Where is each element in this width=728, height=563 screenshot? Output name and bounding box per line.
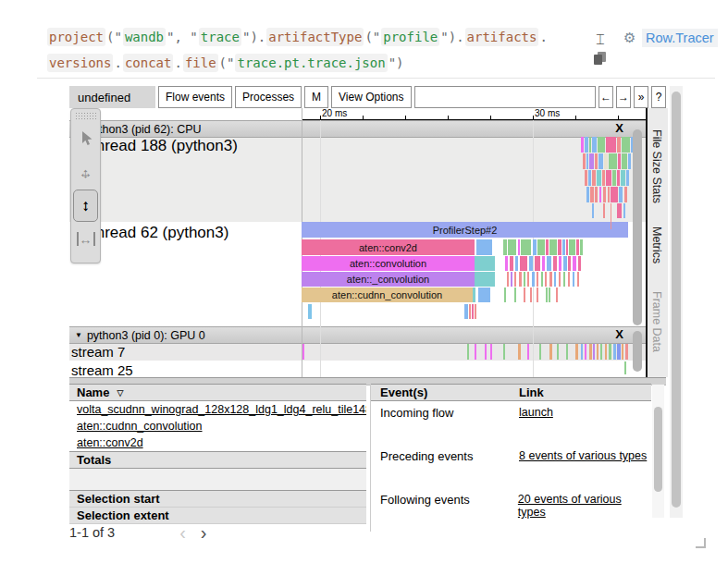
trace-scrollbar-thumb[interactable] xyxy=(633,129,642,325)
trace-event-fragment[interactable] xyxy=(505,256,508,271)
trace-event-fragment[interactable] xyxy=(546,288,548,302)
trace-event-fragment[interactable] xyxy=(577,272,579,287)
trace-event-fragment[interactable] xyxy=(519,272,522,287)
trace-event-fragment[interactable] xyxy=(490,344,492,360)
trace-event-fragment[interactable] xyxy=(580,239,583,255)
trace-event-fragment[interactable] xyxy=(626,170,629,186)
trace-event-fragment[interactable] xyxy=(608,187,610,202)
trace-event-fragment[interactable] xyxy=(467,344,469,360)
trace-span[interactable]: ProfilerStep#2 xyxy=(302,222,628,238)
trace-event-fragment[interactable] xyxy=(472,304,474,319)
trace-event-fragment[interactable] xyxy=(566,239,568,255)
trace-span[interactable]: aten::_convolution xyxy=(302,272,475,287)
trace-span[interactable]: aten::convolution xyxy=(302,256,475,271)
trace-event-fragment[interactable] xyxy=(524,288,525,302)
gear-icon[interactable]: ⚙ xyxy=(623,30,635,46)
tab-file-size-stats[interactable]: File Size Stats xyxy=(650,129,663,203)
trace-event-fragment[interactable] xyxy=(568,272,570,287)
trace-event-fragment[interactable] xyxy=(503,239,507,255)
trace-event-fragment[interactable] xyxy=(559,256,561,271)
trace-event-fragment[interactable] xyxy=(527,344,529,360)
trace-event-fragment[interactable] xyxy=(510,256,513,271)
trace-event-fragment[interactable] xyxy=(515,256,518,271)
slice-name-link[interactable]: volta_scudnn_winograd_128x128_ldg1_ldg4_… xyxy=(77,403,366,416)
next-page-chevron-icon[interactable]: › xyxy=(201,526,207,539)
trace-event-fragment[interactable] xyxy=(473,288,475,302)
trace-event-fragment[interactable] xyxy=(475,256,495,271)
trace-event-fragment[interactable] xyxy=(508,239,516,255)
trace-event-fragment[interactable] xyxy=(537,239,545,255)
trace-event-fragment[interactable] xyxy=(537,272,538,287)
trace-event-fragment[interactable] xyxy=(624,187,627,202)
trace-event-fragment[interactable] xyxy=(533,239,537,255)
trace-event-fragment[interactable] xyxy=(545,272,547,287)
toolbar-button-m[interactable]: M xyxy=(304,86,328,108)
trace-event-fragment[interactable] xyxy=(609,153,617,169)
trace-event-fragment[interactable] xyxy=(524,272,525,287)
trace-event-fragment[interactable] xyxy=(566,344,568,360)
trace-event-fragment[interactable] xyxy=(589,344,592,360)
trace-event-fragment[interactable] xyxy=(469,304,471,319)
trace-event-fragment[interactable] xyxy=(476,239,492,255)
trace-event-fragment[interactable] xyxy=(611,203,611,218)
name-column-header[interactable]: Name ▽ xyxy=(69,384,366,401)
trace-event-fragment[interactable] xyxy=(617,203,622,218)
track-stream-7[interactable] xyxy=(69,343,646,361)
trace-event-fragment[interactable] xyxy=(569,239,575,255)
close-track-button[interactable]: X xyxy=(615,327,623,341)
trace-event-fragment[interactable] xyxy=(532,272,535,287)
trace-event-fragment[interactable] xyxy=(585,170,587,186)
trace-event-fragment[interactable] xyxy=(518,239,520,255)
trace-event-fragment[interactable] xyxy=(573,272,574,287)
trace-event-fragment[interactable] xyxy=(549,344,552,360)
slice-name-link[interactable]: aten::conv2d xyxy=(77,436,143,449)
trace-event-fragment[interactable] xyxy=(619,187,623,202)
close-track-button[interactable]: X xyxy=(615,121,623,135)
trace-event-fragment[interactable] xyxy=(504,288,506,302)
trace-event-fragment[interactable] xyxy=(514,272,516,287)
selection-tool-icon[interactable] xyxy=(71,121,100,155)
trace-event-fragment[interactable] xyxy=(589,153,594,169)
toolbar-button-flow-events[interactable]: Flow events xyxy=(158,86,232,108)
copy-icon[interactable] xyxy=(594,52,607,66)
trace-event-fragment[interactable] xyxy=(503,344,505,360)
trace-event-fragment[interactable] xyxy=(575,344,578,360)
toolbar-nav-button[interactable]: » xyxy=(634,86,648,108)
trace-event-fragment[interactable] xyxy=(589,137,591,153)
trace-event-fragment[interactable] xyxy=(539,344,541,360)
trace-event-fragment[interactable] xyxy=(606,137,616,153)
trace-event-fragment[interactable] xyxy=(595,153,598,169)
analysis-scrollbar-thumb[interactable] xyxy=(654,407,662,492)
trace-event-fragment[interactable] xyxy=(612,170,616,186)
trace-event-fragment[interactable] xyxy=(613,344,616,360)
trace-event-fragment[interactable] xyxy=(475,344,476,360)
trace-event-fragment[interactable] xyxy=(585,344,586,360)
trace-event-fragment[interactable] xyxy=(537,288,538,302)
trace-event-fragment[interactable] xyxy=(549,272,552,287)
trace-event-fragment[interactable] xyxy=(592,137,597,153)
timing-tool-icon[interactable]: ↔ xyxy=(71,222,100,256)
trace-event-fragment[interactable] xyxy=(558,239,561,255)
trace-event-fragment[interactable] xyxy=(593,344,595,360)
trace-span[interactable]: aten::conv2d xyxy=(302,239,475,255)
toolbar-nav-button[interactable]: ← xyxy=(598,86,613,108)
trace-event-fragment[interactable] xyxy=(586,153,588,169)
trace-event-fragment[interactable] xyxy=(625,344,628,360)
panel-resize-grip[interactable] xyxy=(696,538,706,548)
sort-arrow-icon[interactable]: ▽ xyxy=(117,388,123,398)
trace-event-fragment[interactable] xyxy=(549,288,550,302)
trace-event-fragment[interactable] xyxy=(485,344,487,360)
trace-event-fragment[interactable] xyxy=(583,153,586,169)
process-header-cpu[interactable]: ▼ python3 (pid 62): CPU X xyxy=(69,120,646,138)
trace-event-fragment[interactable] xyxy=(478,288,490,302)
trace-event-fragment[interactable] xyxy=(518,344,521,360)
trace-event-fragment[interactable] xyxy=(617,137,621,153)
trace-event-fragment[interactable] xyxy=(568,256,571,271)
trace-event-fragment[interactable] xyxy=(603,203,605,218)
trace-event-fragment[interactable] xyxy=(521,239,531,255)
trace-event-fragment[interactable] xyxy=(546,239,549,255)
collapse-arrow-icon[interactable]: ▼ xyxy=(75,331,82,339)
trace-event-fragment[interactable] xyxy=(581,344,583,360)
trace-event-fragment[interactable] xyxy=(573,256,576,271)
trace-span[interactable]: aten::cudnn_convolution xyxy=(302,288,473,302)
